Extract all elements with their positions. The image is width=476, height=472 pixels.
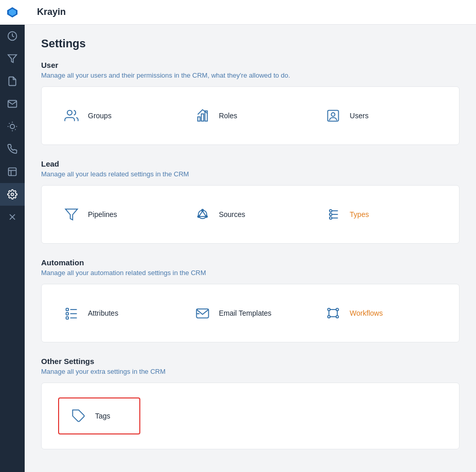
- pipelines-label: Pipelines: [88, 210, 117, 219]
- page-title: Settings: [41, 37, 460, 50]
- groups-icon: [62, 106, 81, 125]
- top-header: Krayin: [25, 0, 476, 25]
- lead-card-grid: Pipelines: [54, 196, 447, 233]
- svg-rect-39: [66, 313, 69, 315]
- roles-item[interactable]: Roles: [185, 97, 316, 134]
- svg-marker-3: [8, 55, 17, 63]
- logo-icon: [6, 6, 19, 19]
- svg-line-7: [9, 123, 10, 124]
- tags-label: Tags: [95, 412, 111, 420]
- svg-rect-11: [9, 168, 16, 176]
- types-icon: [324, 205, 342, 224]
- main-content: Krayin Settings User Manage all your use…: [25, 0, 476, 472]
- user-section-title: User: [41, 61, 460, 69]
- sources-item[interactable]: Sources: [185, 196, 316, 233]
- attributes-label: Attributes: [88, 309, 118, 317]
- users-item[interactable]: Users: [316, 97, 447, 134]
- sidebar-item-settings[interactable]: [0, 183, 25, 206]
- tags-icon: [69, 407, 88, 425]
- svg-point-22: [332, 113, 335, 116]
- types-item[interactable]: Types: [316, 196, 447, 233]
- automation-card-grid: Attributes Email Templates: [54, 295, 447, 332]
- svg-line-8: [15, 129, 15, 130]
- email-templates-label: Email Templates: [219, 309, 271, 317]
- svg-point-33: [329, 210, 332, 212]
- svg-rect-19: [201, 114, 204, 121]
- settings-content: Settings User Manage all your users and …: [25, 25, 476, 472]
- sidebar-item-filter[interactable]: [0, 47, 25, 70]
- svg-rect-37: [66, 308, 69, 311]
- users-label: Users: [350, 112, 369, 120]
- workflows-item[interactable]: Workflows: [316, 295, 447, 332]
- tags-item[interactable]: Tags: [58, 397, 140, 434]
- automation-card: Attributes Email Templates: [41, 284, 460, 342]
- groups-label: Groups: [88, 112, 112, 120]
- sidebar-item-close[interactable]: [0, 206, 25, 228]
- automation-section-title: Automation: [41, 258, 460, 267]
- roles-label: Roles: [219, 112, 237, 120]
- lead-section: Lead Manage all your leads related setti…: [41, 159, 460, 244]
- svg-point-4: [10, 124, 14, 129]
- other-card: Tags: [41, 383, 460, 449]
- user-card-grid: Groups Roles: [54, 97, 447, 134]
- workflows-label: Workflows: [350, 309, 382, 317]
- svg-point-47: [328, 316, 331, 318]
- attributes-icon: [62, 304, 81, 322]
- types-label: Types: [350, 210, 369, 219]
- users-icon: [324, 106, 342, 125]
- automation-section: Automation Manage all your automation re…: [41, 258, 460, 342]
- other-settings-section: Other Settings Manage all your extra set…: [41, 357, 460, 449]
- workflows-icon: [324, 304, 342, 322]
- lead-section-title: Lead: [41, 159, 460, 168]
- lead-card: Pipelines: [41, 185, 460, 244]
- svg-rect-41: [66, 317, 69, 319]
- sidebar-item-layout[interactable]: [0, 160, 25, 183]
- sidebar: [0, 0, 25, 472]
- pipelines-icon: [62, 205, 81, 224]
- svg-marker-23: [65, 209, 77, 220]
- pipelines-item[interactable]: Pipelines: [54, 196, 185, 233]
- sidebar-item-bulb[interactable]: [0, 115, 25, 138]
- email-templates-icon: [193, 304, 212, 322]
- groups-item[interactable]: Groups: [54, 97, 185, 134]
- svg-point-45: [328, 308, 331, 311]
- brand-name: Krayin: [37, 7, 66, 17]
- user-section: User Manage all your users and their per…: [41, 61, 460, 145]
- attributes-item[interactable]: Attributes: [54, 295, 185, 332]
- logo[interactable]: [0, 0, 25, 25]
- svg-point-17: [67, 111, 72, 115]
- automation-section-desc: Manage all your automation related setti…: [41, 269, 460, 277]
- svg-point-14: [11, 193, 14, 196]
- lead-section-desc: Manage all your leads related settings i…: [41, 170, 460, 178]
- sidebar-item-dashboard[interactable]: [0, 25, 25, 47]
- sources-icon: [193, 205, 212, 224]
- other-section-desc: Manage all your extra settings in the CR…: [41, 368, 460, 375]
- sidebar-item-phone[interactable]: [0, 138, 25, 160]
- svg-point-46: [336, 308, 339, 311]
- svg-point-25: [202, 209, 204, 211]
- sources-label: Sources: [219, 210, 245, 219]
- svg-rect-18: [197, 117, 200, 121]
- other-section-title: Other Settings: [41, 357, 460, 366]
- sidebar-item-mail[interactable]: [0, 93, 25, 115]
- user-card: Groups Roles: [41, 86, 460, 145]
- user-section-desc: Manage all your users and their permissi…: [41, 71, 460, 79]
- email-templates-item[interactable]: Email Templates: [185, 295, 316, 332]
- svg-point-48: [336, 316, 339, 318]
- sidebar-item-document[interactable]: [0, 70, 25, 93]
- svg-point-31: [329, 213, 332, 216]
- svg-point-35: [329, 217, 332, 220]
- roles-icon: [193, 106, 212, 125]
